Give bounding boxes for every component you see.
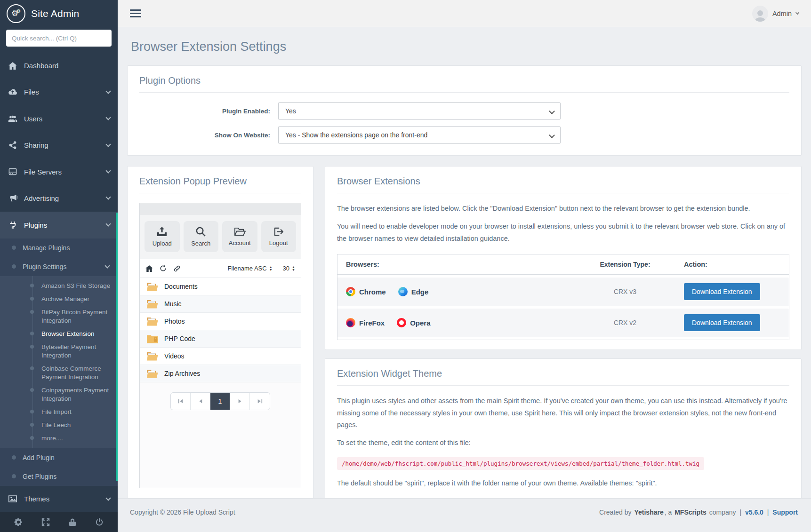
sidebar-item-amazon-s3[interactable]: Amazon S3 File Storage — [0, 279, 118, 293]
folder-open-icon — [146, 351, 159, 361]
lock-icon[interactable] — [69, 518, 76, 526]
folder-row-zip-archives[interactable]: Zip Archives — [140, 365, 301, 382]
yetishare-link[interactable]: Yetishare — [634, 508, 663, 516]
logout-button[interactable]: Logout — [261, 221, 297, 252]
show-on-website-label: Show On Website: — [139, 132, 278, 139]
sidebar-item-sharing[interactable]: Sharing — [0, 132, 118, 158]
sidebar-item-users[interactable]: Users — [0, 105, 118, 132]
toolbar-button-label: Upload — [153, 240, 172, 247]
toolbar-button-label: Search — [191, 240, 210, 247]
sidebar-item-coinbase-commerce[interactable]: Coinbase Commerce Payment Integration — [0, 362, 118, 384]
sidebar-item-byteseller[interactable]: Byteseller Payment Integration — [0, 341, 118, 362]
quick-search-input[interactable] — [6, 30, 112, 47]
chevron-down-icon — [105, 495, 111, 500]
opera-link[interactable]: Opera — [397, 318, 430, 327]
sidebar-item-file-import[interactable]: File Import — [0, 405, 118, 419]
edge-link[interactable]: Edge — [398, 287, 429, 296]
pagination-next-button[interactable] — [230, 393, 250, 410]
submenu-label: BitPay Bitcoin Payment Integration — [41, 309, 107, 324]
preview-navbar: Filename ASC ▲▼ 30 ▲▼ — [140, 259, 301, 278]
pagination-last-button[interactable] — [250, 393, 270, 410]
pagination-prev-button[interactable] — [191, 393, 210, 410]
submenu-label: Manage Plugins — [23, 244, 70, 252]
sidebar-item-file-leech[interactable]: File Leech — [0, 419, 118, 432]
toolbar-button-label: Account — [229, 239, 251, 246]
sidebar-item-add-plugin[interactable]: Add Plugin — [0, 448, 118, 467]
support-link[interactable]: Support — [772, 508, 798, 516]
separator: | — [739, 508, 741, 516]
download-extension-button-crx2[interactable]: Download Extension — [684, 314, 760, 331]
folder-name: Photos — [164, 318, 185, 325]
extension-type: CRX v2 — [566, 319, 684, 326]
account-button[interactable]: Account — [222, 221, 257, 252]
upload-button[interactable]: Upload — [145, 221, 180, 252]
brand-title: Site Admin — [31, 8, 79, 19]
power-icon[interactable] — [95, 518, 104, 526]
bullet-icon — [30, 297, 34, 301]
brand: ⚙⚙ Site Admin — [0, 0, 118, 27]
folder-name: Videos — [164, 352, 185, 360]
show-on-website-select[interactable]: Yes - Show the extensions page on the fr… — [278, 126, 561, 144]
pagination-page-1[interactable]: 1 — [210, 393, 230, 410]
bullet-icon — [30, 332, 34, 335]
chrome-icon — [346, 287, 355, 296]
bullet-icon — [30, 345, 34, 349]
sidebar-item-plugins[interactable]: Plugins — [0, 212, 118, 238]
column-header-browsers: Browsers: — [346, 261, 566, 268]
mfscripts-link[interactable]: MFScripts — [674, 508, 707, 516]
sidebar-item-more[interactable]: more.... — [0, 432, 118, 445]
stepper-arrows-icon: ▲▼ — [292, 266, 295, 271]
sidebar-item-plugin-settings[interactable]: Plugin Settings — [0, 257, 118, 276]
sidebar-item-get-plugins[interactable]: Get Plugins — [0, 467, 118, 486]
sidebar-item-themes[interactable]: Themes — [0, 486, 118, 512]
search-button[interactable]: Search — [184, 221, 219, 252]
folder-row-photos[interactable]: Photos — [140, 313, 301, 330]
page-title: Browser Extension Settings — [131, 40, 798, 54]
link-icon[interactable] — [173, 265, 181, 272]
folder-row-php-code[interactable]: PHP Code — [140, 330, 301, 348]
folder-row-music[interactable]: Music — [140, 295, 301, 313]
bullet-icon — [12, 264, 16, 269]
folder-open-icon — [234, 227, 246, 237]
sidebar-item-label: Dashboard — [24, 62, 58, 70]
sidebar-item-files[interactable]: Files — [0, 79, 118, 105]
settings-gear-icon[interactable] — [14, 518, 23, 526]
sidebar-item-browser-extension[interactable]: Browser Extension — [0, 327, 118, 341]
sidebar-item-label: Sharing — [24, 141, 48, 149]
separator: | — [767, 508, 769, 516]
copyright-text: Copyright © 2026 File Upload Script — [130, 508, 235, 516]
plugin-enabled-select[interactable]: Yes — [278, 102, 561, 120]
firefox-link[interactable]: FireFox — [346, 318, 385, 327]
home-icon[interactable] — [145, 265, 153, 272]
folder-row-videos[interactable]: Videos — [140, 348, 301, 365]
fullscreen-expand-icon[interactable] — [41, 518, 50, 526]
sidebar-item-dashboard[interactable]: Dashboard — [0, 52, 118, 79]
page-size-control[interactable]: 30 ▲▼ — [283, 265, 295, 272]
sidebar-item-file-servers[interactable]: File Servers — [0, 159, 118, 185]
chrome-link[interactable]: Chrome — [346, 287, 386, 296]
megaphone-icon — [8, 194, 18, 202]
bullet-icon — [30, 423, 34, 427]
pagination-first-button[interactable] — [171, 393, 191, 410]
refresh-icon[interactable] — [160, 265, 167, 272]
panel-title: Extension Widget Theme — [337, 368, 789, 386]
sidebar-item-archive-manager[interactable]: Archive Manager — [0, 293, 118, 306]
sidebar-item-coinpayments[interactable]: Coinpayments Payment Integration — [0, 384, 118, 405]
sidebar-item-bitpay[interactable]: BitPay Bitcoin Payment Integration — [0, 306, 118, 327]
user-menu[interactable]: Admin — [752, 6, 799, 22]
opera-icon — [397, 318, 406, 327]
hamburger-menu-icon[interactable] — [130, 8, 141, 19]
right-column: Browser Extensions The browser extension… — [325, 166, 802, 498]
sidebar-item-manage-plugins[interactable]: Manage Plugins — [0, 238, 118, 257]
users-icon — [8, 115, 18, 122]
sidebar-item-advertising[interactable]: Advertising — [0, 185, 118, 211]
content: Browser Extension Settings Plugin Option… — [118, 27, 811, 498]
folder-row-documents[interactable]: Documents — [140, 278, 301, 295]
sort-control[interactable]: Filename ASC ▲▼ — [228, 265, 273, 272]
page-size-value: 30 — [283, 265, 289, 272]
hard-drive-icon — [8, 168, 18, 175]
submenu-label: Coinbase Commerce Payment Integration — [41, 365, 101, 381]
browser-name: Opera — [410, 319, 430, 327]
download-extension-button-crx3[interactable]: Download Extension — [684, 283, 760, 300]
browser-name: FireFox — [359, 319, 385, 327]
